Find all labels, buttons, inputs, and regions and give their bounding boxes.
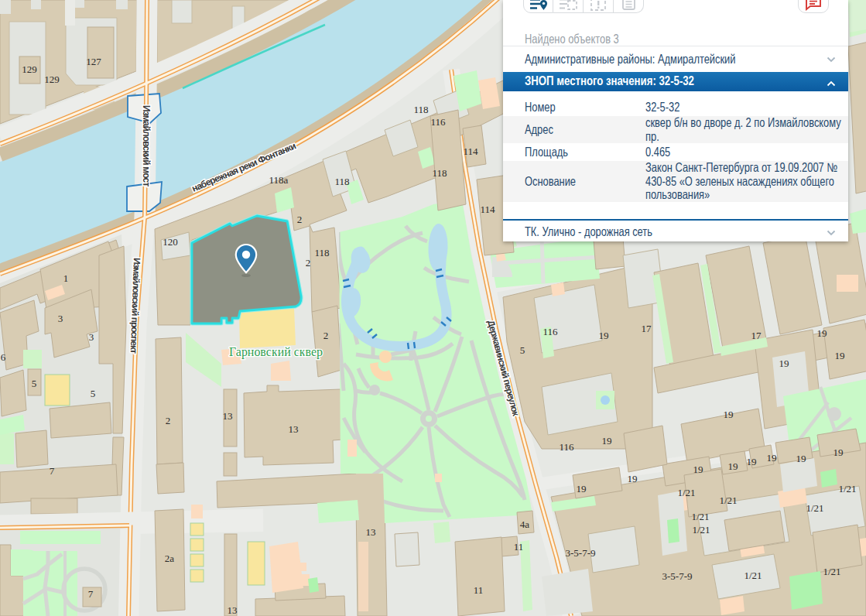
svg-text:4a: 4a [520, 518, 530, 530]
svg-text:11: 11 [474, 584, 484, 596]
svg-text:17: 17 [751, 330, 762, 341]
svg-text:5: 5 [91, 388, 96, 399]
svg-text:19: 19 [833, 447, 844, 458]
svg-text:116: 116 [430, 116, 446, 128]
svg-text:2: 2 [166, 415, 171, 426]
svg-text:3: 3 [89, 331, 94, 343]
svg-text:7: 7 [88, 588, 94, 600]
svg-text:2: 2 [323, 330, 329, 341]
svg-text:127: 127 [86, 56, 101, 67]
svg-text:2a: 2a [165, 553, 175, 564]
svg-text:1/21: 1/21 [719, 495, 737, 506]
svg-text:116: 116 [543, 326, 558, 337]
svg-text:7: 7 [50, 465, 55, 477]
svg-text:13: 13 [366, 526, 376, 538]
svg-text:5: 5 [520, 344, 525, 356]
svg-text:3-5-7-9: 3-5-7-9 [662, 570, 693, 582]
svg-text:13: 13 [228, 604, 238, 616]
svg-text:19: 19 [728, 460, 738, 472]
svg-text:6: 6 [1, 351, 6, 363]
svg-text:116: 116 [559, 441, 574, 453]
svg-text:118a: 118a [269, 174, 289, 186]
svg-text:5: 5 [32, 378, 37, 389]
svg-text:1/21: 1/21 [744, 570, 762, 581]
svg-text:13: 13 [289, 423, 299, 435]
svg-text:1/21: 1/21 [692, 524, 710, 536]
svg-text:Измайловский мост: Измайловский мост [141, 105, 152, 187]
svg-text:1/21: 1/21 [806, 502, 823, 514]
svg-text:118: 118 [413, 104, 428, 115]
svg-text:1/21: 1/21 [838, 483, 856, 495]
svg-text:1/21: 1/21 [691, 511, 709, 522]
svg-text:19: 19 [767, 452, 777, 464]
svg-text:19: 19 [628, 473, 638, 484]
svg-text:118: 118 [334, 176, 349, 187]
svg-text:118: 118 [432, 167, 447, 179]
svg-text:120: 120 [163, 236, 178, 248]
svg-text:129: 129 [44, 74, 60, 85]
svg-text:129: 129 [22, 63, 37, 75]
svg-text:19: 19 [817, 327, 827, 339]
svg-text:19: 19 [835, 350, 845, 361]
svg-text:1: 1 [63, 272, 69, 284]
svg-text:Гарновский сквер: Гарновский сквер [229, 345, 323, 359]
svg-text:114: 114 [463, 145, 478, 157]
svg-text:2: 2 [306, 257, 311, 269]
svg-text:1/21: 1/21 [677, 487, 695, 498]
svg-text:19: 19 [577, 483, 587, 495]
svg-text:3-5-7-9: 3-5-7-9 [566, 547, 596, 559]
svg-text:17: 17 [642, 323, 652, 334]
svg-text:19: 19 [602, 435, 612, 447]
svg-text:114: 114 [480, 204, 495, 215]
svg-text:19: 19 [747, 456, 757, 467]
svg-text:2: 2 [297, 214, 303, 225]
svg-text:3: 3 [58, 313, 63, 324]
svg-text:19: 19 [599, 330, 609, 341]
svg-text:19: 19 [796, 453, 806, 464]
svg-text:118: 118 [314, 247, 329, 258]
svg-text:11: 11 [514, 541, 524, 553]
svg-text:19: 19 [779, 358, 789, 369]
svg-text:19: 19 [724, 409, 734, 420]
svg-text:19: 19 [693, 464, 703, 475]
svg-text:13: 13 [223, 410, 233, 422]
svg-text:1/21: 1/21 [823, 566, 840, 577]
